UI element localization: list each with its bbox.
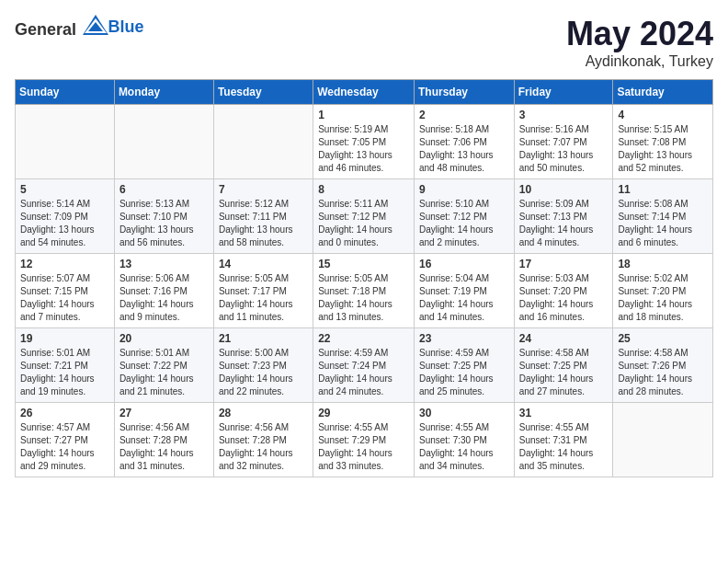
- day-number: 25: [618, 332, 708, 345]
- weekday-header-thursday: Thursday: [414, 80, 514, 105]
- calendar-cell: 27Sunrise: 4:56 AM Sunset: 7:28 PM Dayli…: [114, 403, 213, 477]
- day-number: 24: [519, 332, 609, 345]
- calendar-cell: 14Sunrise: 5:05 AM Sunset: 7:17 PM Dayli…: [213, 254, 313, 328]
- weekday-header-wednesday: Wednesday: [313, 80, 415, 105]
- day-number: 9: [419, 183, 509, 196]
- weekday-header-saturday: Saturday: [613, 80, 713, 105]
- logo-general: General: [15, 20, 76, 39]
- weekday-header-friday: Friday: [514, 80, 613, 105]
- day-number: 4: [618, 109, 708, 121]
- calendar-cell: 17Sunrise: 5:03 AM Sunset: 7:20 PM Dayli…: [514, 254, 613, 328]
- weekday-header-monday: Monday: [114, 80, 213, 105]
- day-info: Sunrise: 5:09 AM Sunset: 7:13 PM Dayligh…: [519, 198, 609, 249]
- calendar-cell: [213, 105, 313, 179]
- day-info: Sunrise: 5:03 AM Sunset: 7:20 PM Dayligh…: [519, 272, 609, 324]
- day-info: Sunrise: 4:55 AM Sunset: 7:29 PM Dayligh…: [318, 421, 409, 473]
- calendar-cell: 19Sunrise: 5:01 AM Sunset: 7:21 PM Dayli…: [16, 328, 115, 403]
- calendar-cell: 12Sunrise: 5:07 AM Sunset: 7:15 PM Dayli…: [16, 254, 115, 328]
- day-info: Sunrise: 4:55 AM Sunset: 7:30 PM Dayligh…: [419, 421, 509, 473]
- calendar-cell: 22Sunrise: 4:59 AM Sunset: 7:24 PM Dayli…: [313, 328, 415, 403]
- day-number: 27: [119, 407, 209, 419]
- calendar-cell: 23Sunrise: 4:59 AM Sunset: 7:25 PM Dayli…: [414, 328, 514, 403]
- calendar-cell: 26Sunrise: 4:57 AM Sunset: 7:27 PM Dayli…: [16, 403, 115, 477]
- day-number: 3: [519, 109, 609, 121]
- calendar-cell: 6Sunrise: 5:13 AM Sunset: 7:10 PM Daylig…: [114, 179, 213, 254]
- calendar-cell: 30Sunrise: 4:55 AM Sunset: 7:30 PM Dayli…: [414, 403, 514, 477]
- calendar-cell: 18Sunrise: 5:02 AM Sunset: 7:20 PM Dayli…: [613, 254, 713, 328]
- day-info: Sunrise: 5:15 AM Sunset: 7:08 PM Dayligh…: [618, 123, 708, 175]
- day-number: 12: [20, 258, 109, 270]
- day-info: Sunrise: 5:13 AM Sunset: 7:10 PM Dayligh…: [119, 198, 209, 249]
- day-number: 28: [219, 407, 308, 419]
- calendar-cell: 25Sunrise: 4:58 AM Sunset: 7:26 PM Dayli…: [613, 328, 713, 403]
- title-block: May 2024 Aydinkonak, Turkey: [566, 15, 713, 70]
- calendar-cell: 3Sunrise: 5:16 AM Sunset: 7:07 PM Daylig…: [514, 105, 613, 179]
- calendar-table: SundayMondayTuesdayWednesdayThursdayFrid…: [15, 79, 713, 477]
- day-number: 26: [20, 407, 109, 419]
- day-number: 17: [519, 258, 609, 270]
- calendar-cell: 11Sunrise: 5:08 AM Sunset: 7:14 PM Dayli…: [613, 179, 713, 254]
- day-number: 16: [419, 258, 509, 270]
- day-info: Sunrise: 4:59 AM Sunset: 7:25 PM Dayligh…: [419, 347, 509, 398]
- day-info: Sunrise: 4:59 AM Sunset: 7:24 PM Dayligh…: [318, 347, 409, 398]
- weekday-header-tuesday: Tuesday: [213, 80, 313, 105]
- day-number: 30: [419, 407, 509, 419]
- day-info: Sunrise: 4:58 AM Sunset: 7:25 PM Dayligh…: [519, 347, 609, 398]
- day-number: 10: [519, 183, 609, 196]
- day-info: Sunrise: 5:14 AM Sunset: 7:09 PM Dayligh…: [20, 198, 109, 249]
- weekday-header-sunday: Sunday: [16, 80, 115, 105]
- day-number: 29: [318, 407, 409, 419]
- day-number: 8: [318, 183, 409, 196]
- day-info: Sunrise: 5:04 AM Sunset: 7:19 PM Dayligh…: [419, 272, 509, 324]
- calendar-cell: 31Sunrise: 4:55 AM Sunset: 7:31 PM Dayli…: [514, 403, 613, 477]
- logo-blue: Blue: [108, 17, 144, 36]
- day-number: 2: [419, 109, 509, 121]
- day-info: Sunrise: 5:18 AM Sunset: 7:06 PM Dayligh…: [419, 123, 509, 175]
- calendar-cell: 15Sunrise: 5:05 AM Sunset: 7:18 PM Dayli…: [313, 254, 415, 328]
- day-number: 14: [219, 258, 308, 270]
- calendar-cell: 7Sunrise: 5:12 AM Sunset: 7:11 PM Daylig…: [213, 179, 313, 254]
- day-info: Sunrise: 4:56 AM Sunset: 7:28 PM Dayligh…: [219, 421, 308, 473]
- month-title: May 2024: [566, 15, 713, 53]
- calendar-cell: 10Sunrise: 5:09 AM Sunset: 7:13 PM Dayli…: [514, 179, 613, 254]
- day-number: 21: [219, 332, 308, 345]
- day-number: 6: [119, 183, 209, 196]
- day-number: 13: [119, 258, 209, 270]
- day-info: Sunrise: 5:16 AM Sunset: 7:07 PM Dayligh…: [519, 123, 609, 175]
- day-info: Sunrise: 4:57 AM Sunset: 7:27 PM Dayligh…: [20, 421, 109, 473]
- location-title: Aydinkonak, Turkey: [566, 53, 713, 70]
- calendar-cell: 1Sunrise: 5:19 AM Sunset: 7:05 PM Daylig…: [313, 105, 415, 179]
- calendar-cell: 9Sunrise: 5:10 AM Sunset: 7:12 PM Daylig…: [414, 179, 514, 254]
- calendar-cell: [16, 105, 115, 179]
- calendar-cell: 28Sunrise: 4:56 AM Sunset: 7:28 PM Dayli…: [213, 403, 313, 477]
- day-info: Sunrise: 5:00 AM Sunset: 7:23 PM Dayligh…: [219, 347, 308, 398]
- day-info: Sunrise: 5:19 AM Sunset: 7:05 PM Dayligh…: [318, 123, 409, 175]
- day-info: Sunrise: 5:06 AM Sunset: 7:16 PM Dayligh…: [119, 272, 209, 324]
- day-number: 23: [419, 332, 509, 345]
- day-number: 20: [119, 332, 209, 345]
- calendar-cell: 8Sunrise: 5:11 AM Sunset: 7:12 PM Daylig…: [313, 179, 415, 254]
- day-number: 22: [318, 332, 409, 345]
- calendar-cell: 2Sunrise: 5:18 AM Sunset: 7:06 PM Daylig…: [414, 105, 514, 179]
- day-info: Sunrise: 5:11 AM Sunset: 7:12 PM Dayligh…: [318, 198, 409, 249]
- day-info: Sunrise: 4:56 AM Sunset: 7:28 PM Dayligh…: [119, 421, 209, 473]
- day-number: 1: [318, 109, 409, 121]
- day-number: 7: [219, 183, 308, 196]
- day-info: Sunrise: 5:10 AM Sunset: 7:12 PM Dayligh…: [419, 198, 509, 249]
- day-info: Sunrise: 5:01 AM Sunset: 7:22 PM Dayligh…: [119, 347, 209, 398]
- day-info: Sunrise: 4:55 AM Sunset: 7:31 PM Dayligh…: [519, 421, 609, 473]
- calendar-cell: [114, 105, 213, 179]
- calendar-cell: 16Sunrise: 5:04 AM Sunset: 7:19 PM Dayli…: [414, 254, 514, 328]
- page-header: General Blue May 2024 Aydinkonak, Turkey: [15, 15, 713, 70]
- logo: General Blue: [15, 15, 144, 40]
- day-info: Sunrise: 5:12 AM Sunset: 7:11 PM Dayligh…: [219, 198, 308, 249]
- day-info: Sunrise: 5:02 AM Sunset: 7:20 PM Dayligh…: [618, 272, 708, 324]
- calendar-cell: [613, 403, 713, 477]
- day-number: 11: [618, 183, 708, 196]
- day-info: Sunrise: 5:05 AM Sunset: 7:17 PM Dayligh…: [219, 272, 308, 324]
- day-info: Sunrise: 4:58 AM Sunset: 7:26 PM Dayligh…: [618, 347, 708, 398]
- calendar-cell: 13Sunrise: 5:06 AM Sunset: 7:16 PM Dayli…: [114, 254, 213, 328]
- day-info: Sunrise: 5:01 AM Sunset: 7:21 PM Dayligh…: [20, 347, 109, 398]
- day-info: Sunrise: 5:08 AM Sunset: 7:14 PM Dayligh…: [618, 198, 708, 249]
- calendar-cell: 21Sunrise: 5:00 AM Sunset: 7:23 PM Dayli…: [213, 328, 313, 403]
